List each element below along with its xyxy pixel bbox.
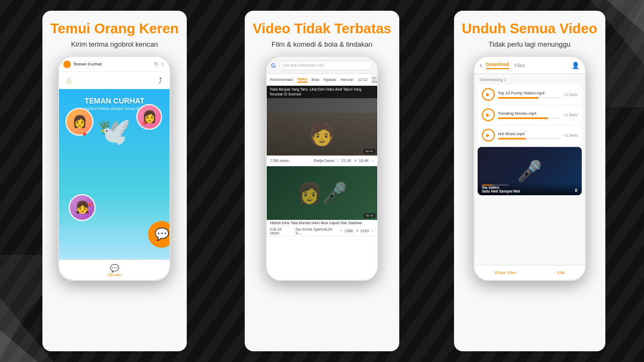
play-icon-1[interactable]: ▶ — [482, 88, 495, 101]
phone-1-screen: Teman Curhat ↻ ☆ ⌂ ⤴ TEMAN CURHAT Ngobro… — [59, 57, 170, 280]
panel-2-bg: Video Tidak Terbatas Film & komedi & bol… — [245, 11, 400, 351]
panel-3-bg: Unduh Semua Video Tidak perlu lagi menun… — [454, 11, 605, 351]
panel-1: Temui Orang Keren Kirim terima ngobrol k… — [16, 11, 213, 351]
content-title: TEMAN CURHAT — [59, 89, 170, 106]
play-icon-2[interactable]: ▶ — [482, 108, 495, 121]
progress-wrap-1 — [498, 97, 561, 99]
item-2-name: Trending Movies.mp4 — [498, 111, 561, 116]
tab-rekomendasi[interactable]: Rekomendasi — [270, 78, 293, 82]
panel-3-subtitle: Tidak perlu lagi menunggu — [488, 40, 570, 48]
thumbnail-artist-icon: 🎤 — [517, 159, 542, 183]
heart-icon-2: ♡ — [339, 229, 342, 233]
dove-icon: 🕊️ — [98, 116, 131, 147]
phone-1-navbar: ⌂ ⤴ — [59, 72, 170, 89]
download-tab[interactable]: Download — [486, 62, 509, 69]
notification-badge: 💬 — [148, 221, 171, 248]
video-2-views: 218.1K views — [270, 227, 291, 235]
panel-2: Video Tidak Terbatas Film & komedi & bol… — [224, 11, 421, 351]
panel-1-subtitle: Kirim terima ngobrol kencan — [71, 40, 158, 48]
video-2-title: Heboh Desi Tata Mundur Alon Alon Liquid … — [270, 221, 374, 225]
pause-icon[interactable]: ⏸ — [574, 188, 579, 193]
location-pin-3: 📍 — [86, 203, 94, 210]
thumbnail-card: 🎤 Via Vallen Satu Hati Sampai Mat ⏸ — [478, 147, 582, 195]
progress-bar-2 — [498, 117, 548, 119]
more-icon[interactable]: ··· — [371, 159, 374, 162]
refresh-icon[interactable]: ↻ — [154, 61, 158, 67]
phone-3-header: ‹ Download Files 👤 — [474, 57, 585, 74]
chat-nav-btn[interactable]: 💬 Obrolan — [108, 264, 121, 277]
phone-3-screen: ‹ Download Files 👤 Downloading 1 ▶ Top 1… — [474, 57, 585, 280]
phone-1: Teman Curhat ↻ ☆ ⌂ ⤴ TEMAN CURHAT Ngobro… — [58, 56, 171, 281]
video-2-shares: 2190 — [361, 229, 369, 233]
tab-hiburan[interactable]: Hiburan — [341, 78, 354, 82]
edit-btn[interactable]: Edit — [557, 270, 565, 275]
share-icon[interactable]: ⤴ — [158, 76, 162, 85]
tab-ngakak[interactable]: Ngakak — [324, 78, 336, 82]
item-3-speed: +1.5m/s — [564, 134, 577, 137]
thumbnail-info: Via Vallen Satu Hati Sampai Mat — [478, 182, 582, 195]
video-2-content: 👩🎤 — [297, 181, 347, 205]
video-2-author: Nur Amira SyahiraLilix S... — [296, 227, 337, 235]
chat-label: Obrolan — [108, 273, 121, 277]
progress-bar-3 — [498, 138, 526, 139]
tab-bola[interactable]: Bola — [312, 78, 319, 82]
play-icon-3[interactable]: ▶ — [482, 129, 495, 142]
progress-wrap-2 — [498, 117, 561, 119]
heart-icon: ♡ — [336, 159, 340, 163]
download-info-2: Trending Movies.mp4 — [498, 111, 561, 119]
search-placeholder: Cari atau Masukkan URL — [283, 63, 325, 67]
avatar-1: 👩 — [65, 108, 93, 136]
video-1-shares: 19.4K — [359, 159, 369, 162]
video-1-stats: 7.5M views Radja Dewa ♡ 21.3K ↗ 19.4K ··… — [267, 156, 377, 166]
video-1-views: 7.5M views — [270, 159, 289, 162]
chat-icon: 💬 — [110, 264, 119, 272]
video-2-title-bar: Heboh Desi Tata Mundur Alon Alon Liquid … — [267, 220, 377, 226]
share-icon-3: ↗ — [355, 229, 358, 233]
thumbnail-artist: Via Vallen — [482, 186, 577, 189]
item-1-speed: +1.2m/s — [564, 93, 577, 97]
google-logo: G — [271, 62, 276, 69]
video-2-likes: 1586 — [345, 229, 353, 233]
phone-2-screen: G Cari atau Masukkan URL Rekomendasi Vid… — [267, 57, 377, 280]
tab-video[interactable]: Video — [297, 77, 308, 83]
video-1-thumbnail[interactable]: Tidak Banyak Yang Tahu, Lihat Deh Video … — [267, 86, 377, 156]
tab-ucshow[interactable]: UC Show — [372, 76, 377, 84]
panel-3-title: Unduh Semua Video — [462, 20, 597, 37]
phone-2-search: G Cari atau Masukkan URL — [267, 57, 377, 74]
download-item-3: ▶ Hot Music.mp4 +1.5m/s — [478, 125, 582, 145]
video-1-author: Radja Dewa — [313, 159, 334, 162]
phone-1-bottombar: 💬 Obrolan — [59, 260, 170, 280]
phone-3: ‹ Download Files 👤 Downloading 1 ▶ Top 1… — [473, 56, 586, 281]
more-icon-2[interactable]: ··· — [371, 229, 374, 233]
phone-2: G Cari atau Masukkan URL Rekomendasi Vid… — [266, 56, 378, 281]
item-2-speed: +1.3m/s — [564, 113, 577, 117]
tab-1212[interactable]: 12:12 — [358, 78, 368, 82]
phone-3-bottombar: Share Files Edit — [474, 265, 585, 280]
thumbnail-controls: ⏸ — [574, 188, 579, 193]
item-3-name: Hot Music.mp4 — [498, 131, 561, 136]
video-2-duration: 05:05 — [364, 213, 375, 218]
phone-2-tabs: Rekomendasi Video Bola Ngakak Hiburan 12… — [267, 74, 377, 86]
main-container: Temui Orang Keren Kirim terima ngobrol k… — [0, 0, 644, 362]
video-1-likes: 21.3K — [342, 159, 352, 162]
panel-1-bg: Temui Orang Keren Kirim terima ngobrol k… — [42, 11, 187, 351]
back-icon[interactable]: ‹ — [480, 62, 482, 69]
video-2-thumbnail[interactable]: 👩🎤 05:05 — [267, 166, 377, 220]
section-downloading: Downloading 1 — [474, 74, 585, 84]
location-pin-1: 📍 — [80, 132, 89, 139]
share-icon-2: ↗ — [354, 159, 357, 163]
video-1-duration: 00:41 — [364, 149, 375, 153]
share-files-btn[interactable]: Share Files — [495, 270, 516, 275]
home-icon[interactable]: ⌂ — [67, 76, 71, 85]
phone-1-topbar: Teman Curhat ↻ ☆ — [59, 57, 170, 72]
files-tab[interactable]: Files — [515, 63, 525, 68]
panel-2-subtitle: Film & komedi & bola & tindakan — [272, 40, 372, 48]
search-bar[interactable]: Cari atau Masukkan URL — [279, 61, 373, 70]
video-2-bg: 👩🎤 — [267, 166, 377, 220]
star-icon[interactable]: ☆ — [160, 61, 165, 67]
user-icon[interactable]: 👤 — [572, 62, 580, 69]
avatar-1-face: 👩 — [67, 109, 92, 135]
panel-3: Unduh Semua Video Tidak perlu lagi menun… — [431, 11, 628, 351]
app-icon — [63, 61, 71, 68]
thumbnail-song: Satu Hati Sampai Mat — [482, 189, 577, 193]
